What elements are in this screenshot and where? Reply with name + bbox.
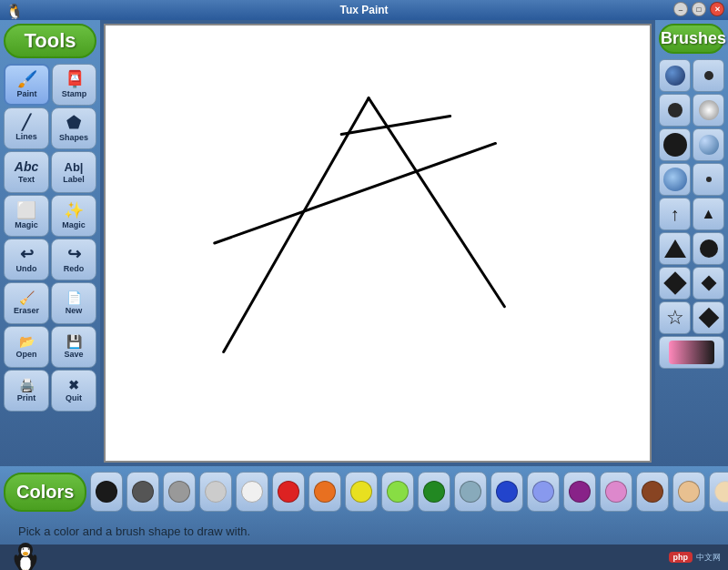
brush-circle-filled[interactable] [693, 232, 724, 265]
minimize-button[interactable]: – [673, 2, 688, 16]
color-light-skin[interactable] [709, 472, 728, 512]
color-light-blue[interactable] [527, 472, 560, 512]
brush-tiny[interactable] [693, 163, 724, 196]
color-pink[interactable] [600, 472, 632, 512]
colors-label: Colors [4, 473, 86, 512]
tool-magic2[interactable]: ✨ Magic [51, 195, 96, 237]
magic2-icon: ✨ [64, 202, 84, 219]
color-black[interactable] [90, 472, 123, 512]
arrow-up-icon: ↑ [671, 204, 680, 225]
paint-icon: 🖌️ [17, 71, 37, 87]
paint-label: Paint [16, 89, 36, 98]
svg-line-0 [224, 98, 369, 352]
title-bar: 🐧 Tux Paint – □ ✕ [0, 0, 728, 20]
color-light-green[interactable] [381, 472, 414, 512]
large-blue-dot-icon [665, 66, 685, 86]
window-title: Tux Paint [339, 4, 388, 16]
brush-diamond-med[interactable] [693, 301, 724, 334]
tool-new[interactable]: 📄 New [51, 282, 96, 324]
tool-redo[interactable]: ↪ Redo [51, 239, 96, 280]
save-label: Save [64, 350, 83, 359]
brush-special[interactable] [659, 336, 724, 369]
brush-diamond-lg[interactable] [659, 267, 691, 300]
brush-soft[interactable] [693, 128, 724, 161]
brush-triangle-lg[interactable] [659, 232, 691, 265]
brush-row-3 [659, 128, 724, 161]
color-purple[interactable] [563, 472, 596, 512]
tool-row-8: 🖨️ Print ✖ Quit [4, 370, 96, 412]
teal-swatch [460, 481, 481, 503]
color-light-gray[interactable] [199, 472, 232, 512]
tool-paint[interactable]: 🖌️ Paint [4, 64, 50, 106]
brush-gradient[interactable] [693, 94, 724, 127]
color-gray[interactable] [163, 472, 196, 512]
svg-point-8 [23, 552, 28, 555]
tool-quit[interactable]: ✖ Quit [51, 370, 96, 412]
tool-eraser[interactable]: 🧹 Eraser [4, 282, 49, 324]
brush-large-blue[interactable] [659, 59, 691, 92]
bottom-area: Colors [0, 466, 728, 570]
light-blue-swatch [532, 481, 554, 503]
tool-save[interactable]: 💾 Save [51, 326, 96, 368]
tux-penguin-icon [7, 539, 44, 570]
tool-shapes[interactable]: ⬟ Shapes [51, 107, 96, 149]
open-icon: 📂 [19, 335, 35, 348]
tool-text[interactable]: Abc Text [4, 151, 49, 193]
label-icon: Ab| [65, 161, 84, 173]
light-gray-swatch [205, 481, 227, 503]
colors-bar: Colors [0, 466, 728, 517]
brush-row-2 [659, 94, 724, 127]
svg-point-11 [23, 548, 25, 550]
brush-row-4 [659, 163, 724, 196]
large-diamond-icon [663, 271, 686, 294]
brush-star[interactable]: ☆ [659, 301, 691, 334]
brush-large-black[interactable] [659, 128, 691, 161]
svg-point-12 [28, 548, 30, 550]
color-white[interactable] [236, 472, 268, 512]
brush-small-black[interactable] [693, 59, 724, 92]
tool-row-7: 📂 Open 💾 Save [4, 326, 96, 368]
color-green[interactable] [418, 472, 450, 512]
tool-magic[interactable]: ⬜ Magic [4, 195, 49, 237]
brush-blue-gradient[interactable] [659, 163, 691, 196]
brush-row-9 [659, 336, 724, 369]
color-yellow[interactable] [345, 472, 378, 512]
drawing-surface[interactable] [106, 25, 650, 461]
open-label: Open [15, 350, 36, 359]
maximize-button[interactable]: □ [692, 2, 706, 16]
color-dark-gray[interactable] [126, 472, 159, 512]
tux-area [7, 539, 44, 570]
close-button[interactable]: ✕ [710, 2, 724, 16]
window-controls: – □ ✕ [673, 2, 724, 16]
skin-swatch [678, 481, 700, 503]
purple-swatch [569, 481, 591, 503]
color-teal[interactable] [454, 472, 487, 512]
magic-label: Magic [15, 220, 38, 229]
med-diamond-icon [698, 308, 719, 329]
color-skin[interactable] [672, 472, 705, 512]
brush-arrow[interactable]: ↑ [659, 198, 691, 230]
brush-row-8: ☆ [659, 301, 724, 334]
tool-undo[interactable]: ↩ Undo [4, 239, 49, 280]
canvas-area[interactable] [104, 24, 652, 463]
footer-area: php 中文网 [0, 545, 728, 570]
print-label: Print [17, 393, 36, 402]
brush-arrow2[interactable]: ▲ [693, 198, 724, 230]
tool-stamp[interactable]: 📮 Stamp [52, 64, 96, 106]
tool-print[interactable]: 🖨️ Print [4, 370, 49, 412]
site-label: 中文网 [696, 552, 721, 564]
color-red[interactable] [272, 472, 305, 512]
tool-open[interactable]: 📂 Open [4, 326, 49, 368]
color-blue[interactable] [490, 472, 523, 512]
brush-med-black[interactable] [659, 94, 691, 127]
brush-diamond-sm[interactable] [693, 267, 724, 300]
small-black-dot-icon [704, 71, 713, 80]
tool-label[interactable]: Ab| Label [51, 151, 96, 193]
color-orange[interactable] [308, 472, 341, 512]
color-brown[interactable] [636, 472, 669, 512]
blue-gradient-icon [663, 168, 687, 191]
new-label: New [66, 306, 83, 315]
stamp-icon: 📮 [65, 71, 85, 87]
tool-lines[interactable]: ╱ Lines [4, 107, 49, 149]
shapes-label: Shapes [59, 133, 88, 142]
